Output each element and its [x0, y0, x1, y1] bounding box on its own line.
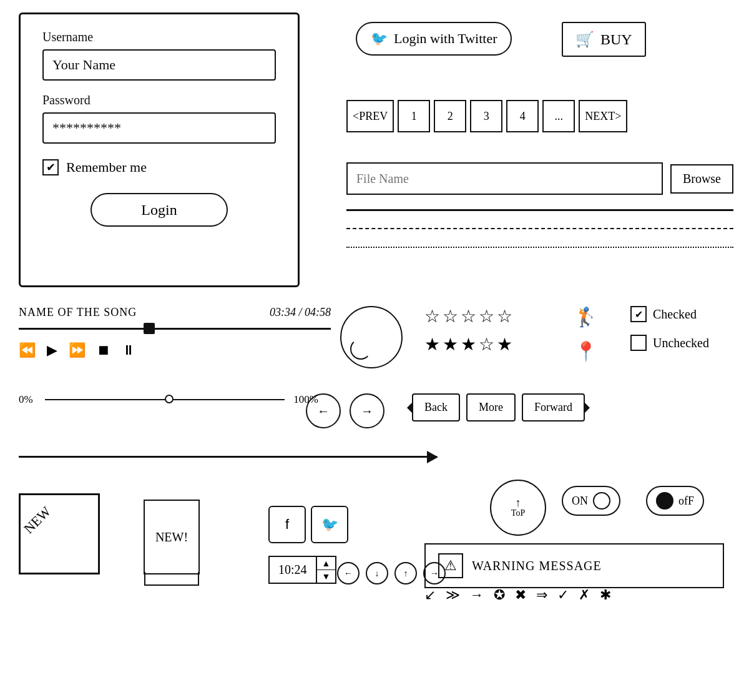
- circle-star-icon: ✪: [494, 587, 505, 603]
- checked-label: Checked: [653, 307, 697, 322]
- time-arrows: ▲ ▼: [316, 557, 336, 583]
- social-icons: f 🐦: [268, 506, 348, 543]
- off-label: ofF: [678, 495, 694, 508]
- nav-circle-arrows: ← →: [306, 393, 384, 428]
- pins-section: 🏌 📍: [574, 306, 597, 362]
- twitter-login-button[interactable]: 🐦 Login with Twitter: [356, 22, 512, 56]
- checked-item: ✔ Checked: [630, 306, 709, 322]
- file-row: Browse: [346, 162, 733, 195]
- song-name: NAME of THE SONG: [19, 306, 137, 319]
- check-mark-icon: ✓: [557, 587, 569, 603]
- fast-forward-button[interactable]: ⏩: [69, 342, 86, 358]
- time-value: 10:24: [270, 558, 316, 582]
- knob-control[interactable]: [340, 306, 403, 368]
- on-label: ON: [572, 495, 588, 508]
- double-right-arrow: ≫: [446, 587, 460, 603]
- new-corner-ribbon: NEW: [19, 493, 100, 574]
- warning-text: WARNING MESSAGE: [472, 559, 602, 573]
- arrow-line: [19, 456, 437, 458]
- player-controls: ⏪ ▶ ⏩ ⏹ ⏸: [19, 342, 331, 358]
- username-label: Username: [42, 30, 276, 44]
- arrows-bottom: ↙ ≫ → ✪ ✖ ⇒ ✓ ✗ ✱: [424, 587, 737, 603]
- volume-min-label: 0%: [19, 393, 36, 406]
- warning-icon: ⚠: [438, 553, 463, 578]
- buy-label: BUY: [600, 31, 632, 48]
- top-arrow-icon: ↑: [516, 497, 521, 508]
- password-input[interactable]: [42, 112, 276, 144]
- forward-button[interactable]: Forward: [522, 393, 585, 421]
- next-button[interactable]: NEXT>: [579, 100, 627, 132]
- pagination: <PREV 1 2 3 4 ... NEXT>: [346, 100, 627, 132]
- volume-track[interactable]: [45, 399, 285, 401]
- top-button[interactable]: ↑ ToP: [490, 480, 546, 536]
- right-arrow: →: [470, 587, 484, 603]
- twitter-label: Login with Twitter: [394, 31, 497, 47]
- checked-checkbox[interactable]: ✔: [630, 306, 647, 322]
- unchecked-label: Unchecked: [653, 336, 709, 350]
- remember-checkbox[interactable]: ✔: [42, 159, 59, 175]
- new-flag: NEW!: [144, 500, 200, 574]
- top-label: ToP: [511, 508, 525, 518]
- twitter-icon: 🐦: [371, 31, 388, 47]
- volume-row: 0% 100%: [19, 393, 318, 406]
- new-flag-label: NEW!: [144, 500, 200, 574]
- asterisk-icon: ✱: [600, 587, 611, 603]
- unchecked-checkbox[interactable]: [630, 335, 647, 351]
- curved-left-arrow: ↙: [424, 587, 436, 603]
- circle-up-button[interactable]: ↑: [394, 562, 417, 584]
- nav-buttons: Back More Forward: [412, 393, 585, 421]
- facebook-button[interactable]: f: [268, 506, 306, 543]
- x-mark-icon: ✗: [579, 587, 590, 603]
- circle-left-button[interactable]: ←: [337, 562, 360, 584]
- cart-icon: 🛒: [575, 31, 594, 48]
- more-button[interactable]: More: [466, 393, 516, 421]
- divider-dotted: [346, 247, 733, 248]
- page-ellipsis-button[interactable]: ...: [542, 100, 575, 132]
- song-info: NAME of THE SONG 03:34 / 04:58: [19, 306, 331, 319]
- on-toggle[interactable]: ON: [562, 486, 620, 516]
- page-4-button[interactable]: 4: [506, 100, 539, 132]
- time-spinner: 10:24 ▲ ▼: [268, 556, 336, 584]
- progress-handle[interactable]: [144, 323, 155, 334]
- volume-handle[interactable]: [165, 395, 174, 403]
- circle-down-button[interactable]: ↓: [366, 562, 388, 584]
- time-down-button[interactable]: ▼: [317, 570, 336, 583]
- filled-stars[interactable]: ★★★☆★: [424, 334, 515, 355]
- stop-button[interactable]: ⏹: [97, 342, 110, 358]
- login-form: Username Password ✔ Remember me Login: [19, 12, 300, 287]
- divider-dashed: [346, 228, 733, 229]
- prev-button[interactable]: <PREV: [346, 100, 394, 132]
- page-2-button[interactable]: 2: [434, 100, 466, 132]
- remember-label: Remember me: [66, 159, 147, 175]
- buy-button[interactable]: 🛒 BUY: [562, 22, 646, 57]
- check-section: ✔ Checked Unchecked: [630, 306, 709, 363]
- file-name-input[interactable]: [346, 162, 663, 195]
- left-circle-arrow[interactable]: ←: [306, 393, 341, 428]
- pin-location-icon: 📍: [574, 340, 597, 362]
- right-circle-arrow[interactable]: →: [350, 393, 384, 428]
- pin-up-icon: 🏌: [574, 306, 597, 328]
- warning-box: ⚠ WARNING MESSAGE: [424, 543, 724, 588]
- page-3-button[interactable]: 3: [470, 100, 502, 132]
- twitter-social-icon: 🐦: [321, 516, 338, 533]
- pause-button[interactable]: ⏸: [122, 342, 135, 358]
- username-input[interactable]: [42, 49, 276, 81]
- music-player: NAME of THE SONG 03:34 / 04:58 ⏪ ▶ ⏩ ⏹ ⏸: [19, 306, 331, 358]
- browse-button[interactable]: Browse: [670, 164, 733, 194]
- time-up-button[interactable]: ▲: [317, 557, 336, 570]
- progress-track[interactable]: [19, 328, 331, 330]
- cross-icon: ✖: [515, 587, 526, 603]
- facebook-icon: f: [285, 516, 289, 533]
- rewind-button[interactable]: ⏪: [19, 342, 36, 358]
- twitter-social-button[interactable]: 🐦: [311, 506, 348, 543]
- play-button[interactable]: ▶: [47, 342, 57, 358]
- right-arrow-2: ⇒: [536, 587, 547, 603]
- off-toggle-dot: [656, 492, 673, 510]
- back-button[interactable]: Back: [412, 393, 460, 421]
- unchecked-item: Unchecked: [630, 335, 709, 351]
- page-1-button[interactable]: 1: [398, 100, 430, 132]
- login-button[interactable]: Login: [91, 193, 228, 227]
- empty-stars[interactable]: ☆☆☆☆☆: [424, 306, 515, 327]
- on-toggle-dot: [593, 492, 610, 510]
- off-toggle[interactable]: ofF: [646, 486, 704, 516]
